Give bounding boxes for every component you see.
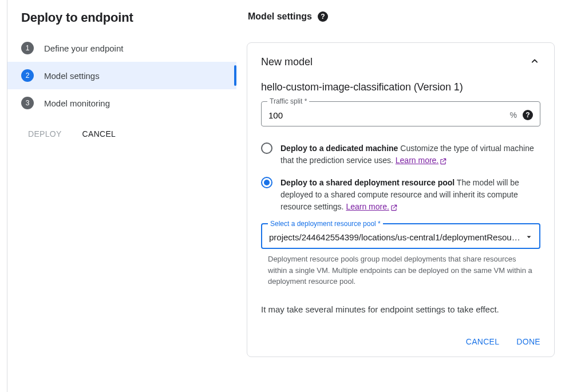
resource-pool-label: Select a deployment resource pool * (268, 220, 383, 228)
radio-icon (261, 142, 272, 154)
radio-content: Deploy to a dedicated machine Customize … (280, 142, 540, 167)
cancel-button[interactable]: CANCEL (466, 337, 500, 346)
sidebar-cancel-button[interactable]: CANCEL (82, 129, 116, 138)
radio-icon (261, 177, 272, 188)
external-link-icon (390, 203, 398, 211)
main-header: Model settings ? (247, 11, 555, 22)
learn-more-link[interactable]: Learn more. (346, 202, 397, 211)
step-model-monitoring[interactable]: 3 Model monitoring (7, 89, 236, 117)
traffic-split-label: Traffic split * (267, 97, 309, 105)
card-section-title: New model (261, 56, 313, 68)
chevron-up-icon[interactable] (529, 56, 540, 69)
card-header: New model (261, 56, 540, 69)
step-number: 3 (21, 97, 34, 109)
step-model-settings[interactable]: 2 Model settings (7, 62, 236, 89)
model-card: New model hello-custom-image-classificat… (247, 42, 555, 357)
sidebar-title: Deploy to endpoint (7, 10, 236, 34)
sidebar: Deploy to endpoint 1 Define your endpoin… (7, 0, 236, 392)
learn-more-link[interactable]: Learn more. (396, 156, 447, 165)
main-content: Model settings ? New model hello-custom-… (236, 0, 565, 392)
traffic-unit: % (510, 110, 517, 120)
radio-shared[interactable]: Deploy to a shared deployment resource p… (261, 177, 540, 213)
step-list: 1 Define your endpoint 2 Model settings … (7, 34, 236, 117)
resource-pool-select[interactable]: Select a deployment resource pool * proj… (261, 223, 540, 249)
help-icon[interactable]: ? (318, 11, 328, 22)
radio-dedicated[interactable]: Deploy to a dedicated machine Customize … (261, 142, 540, 167)
step-label: Define your endpoint (44, 43, 123, 53)
step-label: Model monitoring (44, 98, 110, 108)
resource-pool-helper: Deployment resource pools group model de… (261, 254, 540, 287)
sidebar-actions: DEPLOY CANCEL (7, 117, 236, 138)
help-icon[interactable]: ? (523, 110, 533, 120)
step-label: Model settings (44, 71, 100, 81)
traffic-split-field[interactable]: Traffic split * % ? (261, 101, 540, 126)
traffic-split-input[interactable] (268, 110, 510, 120)
model-name: hello-custom-image-classification (Versi… (261, 81, 540, 93)
chevron-down-icon (526, 233, 532, 242)
deploy-button: DEPLOY (28, 129, 62, 138)
radio-title: Deploy to a dedicated machine (280, 144, 398, 153)
card-actions: CANCEL DONE (261, 337, 540, 346)
radio-title: Deploy to a shared deployment resource p… (280, 178, 455, 187)
step-number: 1 (21, 42, 34, 54)
endpoint-note: It may take several minutes for endpoint… (261, 304, 540, 314)
resource-pool-select-wrap: Select a deployment resource pool * proj… (261, 223, 540, 287)
external-link-icon (439, 157, 447, 165)
radio-content: Deploy to a shared deployment resource p… (280, 177, 540, 213)
deploy-mode-radio-group: Deploy to a dedicated machine Customize … (261, 142, 540, 213)
step-number: 2 (21, 69, 34, 82)
step-define-endpoint[interactable]: 1 Define your endpoint (7, 34, 236, 62)
page-title: Model settings (248, 11, 312, 22)
resource-pool-value: projects/244642554399/locations/us-centr… (269, 232, 522, 242)
done-button[interactable]: DONE (516, 337, 540, 346)
